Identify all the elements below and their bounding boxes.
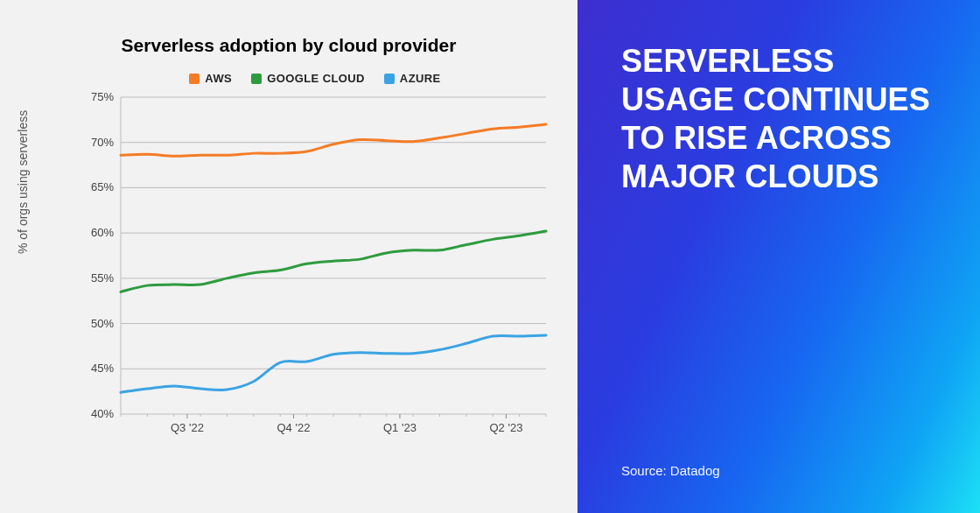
legend-label: AWS (205, 72, 232, 85)
svg-text:75%: 75% (91, 90, 114, 103)
chart-panel: Serverless adoption by cloud provider AW… (0, 0, 578, 513)
legend-item-google: GOOGLE CLOUD (251, 72, 365, 85)
svg-text:Q3 '22: Q3 '22 (171, 421, 204, 434)
svg-text:50%: 50% (91, 317, 114, 330)
svg-text:55%: 55% (91, 271, 114, 285)
svg-text:40%: 40% (91, 407, 114, 420)
chart-legend: AWS GOOGLE CLOUD AZURE (79, 72, 551, 85)
legend-label: GOOGLE CLOUD (267, 72, 365, 85)
svg-text:60%: 60% (91, 226, 114, 239)
svg-text:65%: 65% (91, 180, 114, 193)
chart-plot-area: 40%45%50%55%60%65%70%75%Q3 '22Q4 '22Q1 '… (82, 90, 555, 440)
line-chart-svg: 40%45%50%55%60%65%70%75%Q3 '22Q4 '22Q1 '… (82, 90, 555, 440)
swatch-icon (189, 74, 200, 84)
y-axis-label: % of orgs using serverless (16, 110, 30, 254)
svg-text:45%: 45% (91, 362, 114, 375)
swatch-icon (384, 74, 395, 84)
source-text: Source: Datadog (621, 463, 945, 478)
svg-text:Q1 '23: Q1 '23 (383, 421, 416, 434)
swatch-icon (251, 74, 262, 84)
legend-item-azure: AZURE (384, 72, 441, 85)
chart-title: Serverless adoption by cloud provider (26, 35, 551, 56)
svg-text:Q4 '22: Q4 '22 (276, 421, 310, 434)
headline-panel: SERVERLESS USAGE CONTINUES TO RISE ACROS… (578, 0, 980, 513)
svg-text:Q2 '23: Q2 '23 (489, 421, 522, 434)
svg-text:70%: 70% (91, 136, 114, 149)
legend-item-aws: AWS (189, 72, 232, 85)
legend-label: AZURE (400, 72, 441, 85)
headline-text: SERVERLESS USAGE CONTINUES TO RISE ACROS… (621, 42, 945, 196)
